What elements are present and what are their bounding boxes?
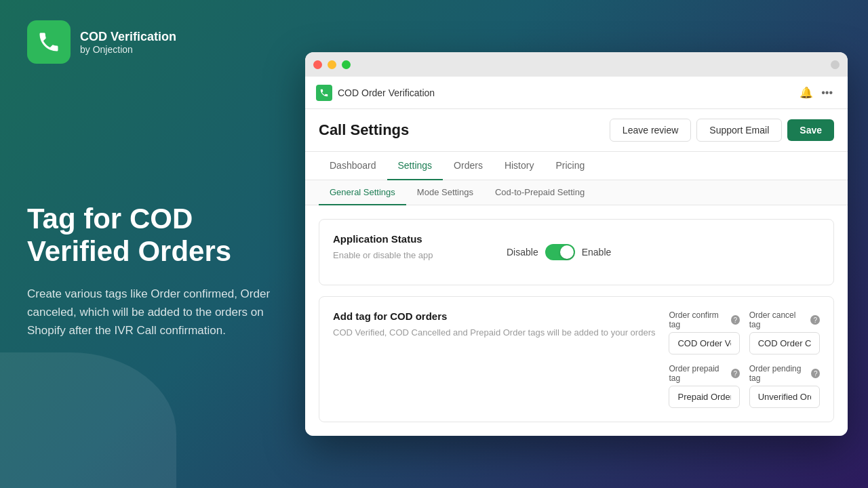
order-cancel-tag-label: Order cancel tag ? <box>749 310 820 329</box>
order-confirm-help-icon[interactable]: ? <box>731 315 740 325</box>
order-prepaid-tag-label: Order prepaid tag ? <box>669 364 739 383</box>
phone-icon-small <box>319 88 329 98</box>
tab-history[interactable]: History <box>494 152 545 180</box>
maximize-button[interactable] <box>342 60 351 69</box>
order-pending-tag-label: Order pending tag ? <box>749 364 820 383</box>
hero-description: Create various tags like Order confirmed… <box>27 285 271 340</box>
app-status-toggle[interactable] <box>545 244 575 260</box>
order-pending-tag-field: Order pending tag ? <box>749 364 820 408</box>
page-header: Call Settings Leave review Support Email… <box>305 109 848 152</box>
close-button[interactable] <box>313 60 322 69</box>
left-panel: COD Verification by Onjection Tag for CO… <box>0 0 298 488</box>
card-left-status: Application Status Enable or disable the… <box>333 233 482 262</box>
add-tag-title: Add tag for COD orders <box>333 310 655 322</box>
app-header: COD Verification by Onjection <box>27 20 176 64</box>
card-right-status: Disable Enable <box>496 233 820 271</box>
top-bar: COD Order Verification 🔔 ••• <box>305 77 848 109</box>
app-by: by Onjection <box>80 44 176 55</box>
nav-tabs: Dashboard Settings Orders History Pricin… <box>305 152 848 180</box>
app-name: COD Verification <box>80 30 176 44</box>
add-tag-desc: COD Verified, COD Cancelled and Prepaid … <box>333 326 655 340</box>
toggle-disable-label: Disable <box>507 247 538 258</box>
topbar-app-name: COD Order Verification <box>338 87 435 98</box>
order-prepaid-tag-field: Order prepaid tag ? <box>669 364 739 408</box>
app-logo-small <box>316 85 332 101</box>
subtab-cod-to-prepaid[interactable]: Cod-to-Prepaid Setting <box>484 180 595 205</box>
order-confirm-tag-label: Order confirm tag ? <box>669 310 739 329</box>
order-prepaid-tag-input[interactable] <box>669 386 739 408</box>
leave-review-button[interactable]: Leave review <box>610 119 692 142</box>
window-chrome <box>305 52 848 77</box>
card-left-tags: Add tag for COD orders COD Verified, COD… <box>333 310 655 340</box>
sub-tabs: General Settings Mode Settings Cod-to-Pr… <box>305 180 848 205</box>
app-window: COD Order Verification 🔔 ••• Call Settin… <box>305 52 848 436</box>
app-status-title: Application Status <box>333 233 482 245</box>
notification-icon-button[interactable]: 🔔 <box>795 83 817 102</box>
tab-settings[interactable]: Settings <box>387 152 443 180</box>
order-prepaid-help-icon[interactable]: ? <box>731 369 740 378</box>
subtab-mode-settings[interactable]: Mode Settings <box>406 180 484 205</box>
save-button[interactable]: Save <box>787 119 834 141</box>
order-confirm-tag-field: Order confirm tag ? <box>669 310 739 354</box>
application-status-card: Application Status Enable or disable the… <box>319 219 834 285</box>
app-content: COD Order Verification 🔔 ••• Call Settin… <box>305 77 848 436</box>
hero-title: Tag for COD Verified Orders <box>27 203 271 268</box>
phone-icon <box>37 30 61 54</box>
toggle-wrapper: Disable Enable <box>507 244 611 260</box>
app-title: COD Verification by Onjection <box>80 30 176 55</box>
tab-dashboard[interactable]: Dashboard <box>319 152 387 180</box>
app-icon <box>27 20 71 64</box>
support-email-button[interactable]: Support Email <box>696 119 782 142</box>
tab-pricing[interactable]: Pricing <box>545 152 595 180</box>
more-options-button[interactable]: ••• <box>817 84 837 102</box>
order-cancel-help-icon[interactable]: ? <box>810 315 820 325</box>
tags-grid: Order confirm tag ? Order cancel tag ? <box>669 310 820 408</box>
toggle-thumb <box>560 245 574 259</box>
order-pending-help-icon[interactable]: ? <box>811 369 820 378</box>
order-cancel-tag-input[interactable] <box>749 332 820 354</box>
app-status-desc: Enable or disable the app <box>333 249 482 262</box>
window-control <box>831 60 840 69</box>
right-panel: COD Order Verification 🔔 ••• Call Settin… <box>298 0 868 488</box>
minimize-button[interactable] <box>328 60 336 69</box>
toggle-enable-label: Enable <box>582 247 612 258</box>
content-area: Application Status Enable or disable the… <box>305 205 848 436</box>
decorative-blob <box>0 352 176 488</box>
add-tag-card: Add tag for COD orders COD Verified, COD… <box>319 296 834 422</box>
order-cancel-tag-field: Order cancel tag ? <box>749 310 820 354</box>
page-title: Call Settings <box>319 121 409 139</box>
order-pending-tag-input[interactable] <box>749 386 820 408</box>
order-confirm-tag-input[interactable] <box>669 332 739 354</box>
subtab-general-settings[interactable]: General Settings <box>319 180 406 205</box>
tab-orders[interactable]: Orders <box>443 152 494 180</box>
